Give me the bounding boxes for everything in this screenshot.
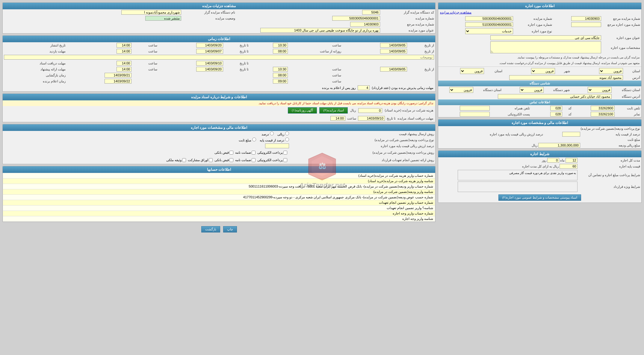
description-input[interactable] — [4, 55, 434, 60]
base-price-input[interactable] — [560, 164, 578, 169]
pishnahad-to-label: تا تاریخ — [224, 66, 250, 72]
email-input[interactable] — [460, 112, 490, 117]
r-deposit-radio-fixed[interactable] — [252, 138, 256, 141]
account-cell-4: شناسه واریز ودیعه(تضمین شرکت در مزایده) — [3, 189, 435, 195]
base-percent-input[interactable] — [562, 132, 580, 137]
tel-code-input[interactable] — [550, 106, 562, 111]
pm-electronic-cb[interactable] — [283, 151, 287, 155]
bazdid-from-date[interactable] — [380, 49, 407, 54]
address-mazayade-input[interactable] — [260, 28, 380, 33]
pishnahad-to-time[interactable] — [117, 67, 131, 72]
enteshar-to-date[interactable] — [196, 43, 223, 48]
cm-property-cb[interactable] — [182, 158, 186, 162]
cm-bank-cb[interactable] — [229, 158, 233, 162]
account-row-7: شناسه؟ واریز تضمین انجام تعهدات — [3, 206, 435, 211]
address-input[interactable] — [509, 75, 623, 80]
radio-riali[interactable] — [285, 132, 289, 135]
dastgah-name-input[interactable] — [121, 10, 181, 15]
financial-table-right: روش ارسال پیشنهاد قیمت ریالی درصد — [3, 131, 435, 164]
mazayade-ref-input[interactable] — [571, 16, 601, 21]
documents-btn[interactable]: اسناد پیوستی مشخصات و شرایط عمومی مورد ا… — [498, 194, 581, 201]
payment-methods-group: پرداخت الکترونیکی ضمانت نامه قبض بانکی — [4, 149, 289, 156]
radio-darsad-label[interactable]: درصد — [261, 132, 274, 136]
cm-property[interactable]: وثیقه ملکی — [166, 158, 186, 162]
mohlat-asnad-to2-time[interactable] — [330, 116, 345, 121]
radio-riali-label[interactable]: ریالی — [276, 132, 289, 136]
enteshar-from-time[interactable] — [273, 43, 288, 48]
tel-hamrah-input[interactable] — [460, 106, 490, 111]
cm-guarantee[interactable]: ضمانت نامه — [235, 158, 256, 162]
r-deposit-radio-percent[interactable] — [285, 138, 289, 141]
account-cell-5: شماره حسب عوض ودیعه(تضمین شرکت در مزایده… — [3, 195, 435, 200]
print-btn[interactable]: چاپ — [223, 226, 237, 232]
bazdid-to-time[interactable] — [117, 49, 131, 54]
days-input[interactable] — [547, 158, 559, 163]
agahi-btn[interactable]: آگهی روزنامه(۱) — [288, 107, 317, 114]
dastgah-address-input[interactable] — [498, 94, 612, 99]
base-price-percent-label: درصد ارزش ریالی قیمت پایه مورد اجاره — [443, 131, 545, 137]
pm-electronic[interactable]: پرداخت الکترونیکی — [257, 151, 287, 155]
account-row-1: شماره حساب واریز هزینه شرکت در مزایده(خر… — [3, 173, 435, 179]
cm-guarantee-cb[interactable] — [252, 158, 256, 162]
amount-input[interactable] — [538, 143, 580, 148]
r-mazayade-ref-input[interactable] — [350, 22, 380, 27]
ajare-number-input[interactable] — [465, 22, 513, 27]
pm-guarantee[interactable]: ضمانت نامه — [235, 151, 256, 155]
enteshar-label: تاریخ انتشار — [3, 42, 67, 48]
mazayade-link[interactable]: مشاهده جزئیات مزایده — [440, 10, 471, 14]
enteshar-to-time[interactable] — [117, 43, 131, 48]
mohlat-asnad-to-date[interactable] — [196, 61, 223, 66]
ajare-number-label: شماره مورد اجاره — [514, 22, 553, 28]
address-label: آدرس — [624, 75, 641, 81]
bazdid-from-time[interactable] — [273, 49, 288, 54]
r-mazayade-number-input[interactable] — [332, 16, 380, 21]
ostan-select[interactable]: قزوین — [599, 68, 623, 74]
ostan2-select[interactable]: قزوین — [460, 68, 484, 74]
cm-bank[interactable]: قبض بانکی — [214, 158, 233, 162]
bazar-time[interactable] — [273, 73, 288, 78]
pm-guarantee-cb[interactable] — [252, 151, 256, 155]
dastgah-shahr-select[interactable]: قزوین — [520, 87, 544, 93]
hazine-input[interactable] — [358, 108, 382, 113]
namabr-code-input[interactable] — [550, 112, 562, 117]
pishnahad-from-date[interactable] — [380, 67, 407, 72]
ajare-type-select[interactable]: خدمات — [465, 28, 513, 34]
pm-bank[interactable]: قبض بانکی — [214, 151, 233, 155]
mazayade-details-table: کد دستگاه مزایده گزار نام دستگاه مزایده … — [3, 9, 435, 33]
back-btn[interactable]: بازگشت — [201, 226, 220, 232]
tel-sabt-input[interactable] — [591, 106, 615, 111]
bazdid-from-label: از تاریخ — [408, 48, 435, 54]
bazar-date[interactable] — [105, 73, 131, 78]
ealam-date[interactable] — [105, 79, 131, 84]
pm-bank-cb[interactable] — [229, 151, 233, 155]
mohlat-asnad-label: مهلت دریافت اسناد — [3, 60, 67, 66]
mohlat-asnad-to2-date[interactable] — [358, 116, 385, 121]
mazayade-number-input[interactable] — [465, 16, 513, 21]
dastgah-ostan3-select[interactable]: قزوین — [449, 87, 473, 93]
radio-darsad[interactable] — [270, 132, 274, 135]
cm-bonds[interactable]: اوراق مشارکت — [188, 158, 213, 162]
enteshar-from-date[interactable] — [380, 43, 407, 48]
ajare-address-input[interactable] — [490, 35, 601, 40]
pishnahad-to-date[interactable] — [196, 67, 223, 72]
ealam-time[interactable] — [273, 79, 288, 84]
kod-input[interactable] — [362, 10, 380, 15]
mohlat-paziresh-input[interactable] — [358, 85, 370, 90]
asnad-mazayade-btn[interactable]: اسناد مزایده(۲) — [319, 107, 348, 114]
time-section: اطلاعات زمانی از تاریخ ساعت تا تاریخ ساع… — [2, 35, 436, 92]
shahr-select[interactable]: قزوین — [531, 68, 555, 74]
months-input[interactable] — [566, 158, 578, 163]
cm-electronic-cb[interactable] — [283, 158, 287, 162]
namabr-input[interactable] — [591, 112, 615, 117]
r-mazayade-vaziat-input[interactable] — [145, 16, 181, 21]
ajare-specs-textarea[interactable] — [490, 41, 601, 53]
r-base-price-percent-input[interactable] — [265, 143, 289, 148]
pishnahad-from-time[interactable] — [273, 67, 288, 72]
mazayade-number-label: شماره مزایده — [514, 16, 553, 22]
cm-electronic[interactable]: پرداخت الکترونیکی — [257, 158, 287, 162]
ajare-ref-input[interactable] — [571, 22, 601, 27]
bazdid-to-date[interactable] — [196, 49, 223, 54]
dastgah-ostan-select[interactable]: قزوین — [588, 87, 612, 93]
cm-bonds-cb[interactable] — [209, 158, 213, 162]
mohlat-asnad-to-time[interactable] — [117, 61, 131, 66]
